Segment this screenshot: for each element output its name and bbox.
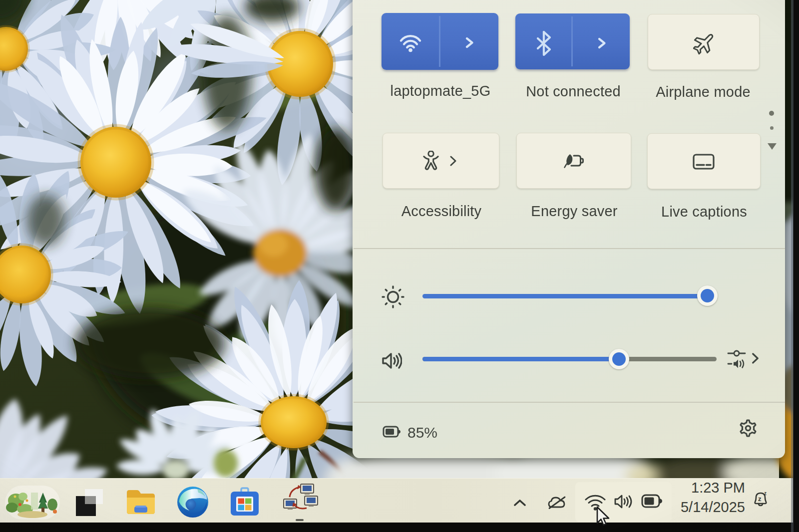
svg-text:z: z — [758, 495, 762, 503]
svg-text:z: z — [764, 491, 767, 496]
